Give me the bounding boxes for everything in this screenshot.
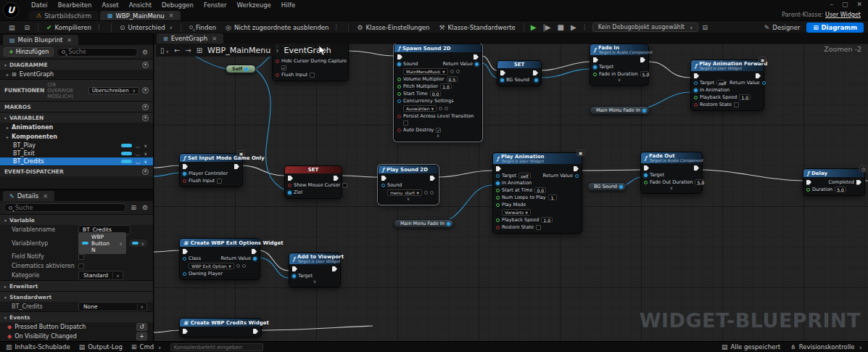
ziel-pin[interactable] <box>288 191 292 195</box>
delay[interactable]: ƒDelay◷CompletedDuration5.0 <box>803 168 865 196</box>
set-show-mouse-cursor[interactable]: SETShow Mouse CursorZiel <box>284 165 342 199</box>
main-menu-fade-in-out-pin[interactable] <box>642 109 646 112</box>
bg-sound-var[interactable]: BG Sound <box>587 182 627 191</box>
class-settings-button[interactable]: ⚙Klasse-Einstellungen <box>352 22 434 33</box>
section-variable[interactable]: ▾Variable <box>0 214 153 225</box>
add-to-viewport[interactable]: ƒAdd to ViewportTarget is User WidgetTar… <box>289 253 341 287</box>
browse-asset-icon[interactable] <box>424 191 428 195</box>
use-selected-icon[interactable] <box>430 191 434 195</box>
debug-browse-icon[interactable]: ⊟ <box>702 24 708 31</box>
main-menu-fade-in-1[interactable]: Main Menu Fade In <box>590 106 650 115</box>
details-search-input[interactable]: Suche <box>4 203 126 212</box>
sound-pin[interactable] <box>397 62 401 66</box>
exec-out-pin[interactable] <box>640 57 645 62</box>
hide-unrelated-button[interactable]: ◎Nicht zugeordnete ausblenden⋮ <box>221 22 344 33</box>
menu-fenster[interactable]: Fenster <box>199 1 232 9</box>
player-controller-pin[interactable] <box>183 172 186 176</box>
browse-asset-icon[interactable] <box>450 70 454 73</box>
exec-out-pin[interactable] <box>234 164 239 169</box>
menu-werkzeuge[interactable]: Werkzeuge <box>232 1 276 9</box>
exec-in-pin[interactable] <box>806 180 811 185</box>
target-pin[interactable] <box>496 174 500 178</box>
in-animation-pin[interactable] <box>496 181 500 185</box>
revision-control-button[interactable]: ⋔Revisionskontrolle∨ <box>790 343 862 351</box>
sound-pin[interactable] <box>381 184 385 187</box>
browse-button[interactable]: ⊟ <box>20 22 35 33</box>
show-mouse-cursor-checkbox[interactable] <box>342 183 347 188</box>
section-variablen[interactable]: ▾VARIABLEN + <box>0 112 153 123</box>
target-field[interactable]: self <box>518 173 531 179</box>
launch-button[interactable]: ▶ <box>568 23 579 31</box>
exec-in-pin[interactable] <box>183 249 188 254</box>
owning-player-pin[interactable] <box>183 272 186 276</box>
browse-asset-icon[interactable] <box>236 264 240 268</box>
main-menu-fade-in-out-pin[interactable] <box>447 222 450 226</box>
add-new-button[interactable]: +Hinzufügen <box>4 47 54 57</box>
add-macro-icon[interactable]: + <box>142 104 149 110</box>
start-time-field[interactable]: 0.0 <box>430 91 442 97</box>
variable-row-bt-exit[interactable]: BT_Exit ◡∨ <box>0 150 153 157</box>
num-loops-to-play-field[interactable]: 1 <box>548 195 557 200</box>
set-input-mode-game-only[interactable]: ƒSet Input Mode Game Only▣Player Control… <box>179 153 243 187</box>
eye-icon[interactable]: ◡ <box>135 151 141 157</box>
section-events[interactable]: ▾Events <box>0 311 153 322</box>
close-icon[interactable]: ✕ <box>856 1 862 8</box>
main-menu-fade-in-2[interactable]: Main Menu Fade In <box>394 219 454 228</box>
auto-destroy-pin[interactable] <box>397 128 401 132</box>
restore-state-checkbox[interactable] <box>536 225 541 230</box>
return-value-pin[interactable] <box>575 174 579 178</box>
playback-speed-pin[interactable] <box>496 218 500 222</box>
breadcrumb-root[interactable]: WBP_MainMenu <box>207 46 270 55</box>
exec-out-pin[interactable] <box>253 329 258 334</box>
add-event-button[interactable]: + <box>136 332 147 340</box>
volume-multiplier-field[interactable]: 0.5 <box>447 76 458 82</box>
bookmark-icon[interactable]: ▯∨ <box>160 46 169 54</box>
menu-debuggen[interactable]: Debuggen <box>157 1 199 9</box>
grid-view-icon[interactable]: ⊞ <box>129 204 138 211</box>
restore-state-pin[interactable] <box>694 103 698 107</box>
start-time-pin[interactable] <box>397 92 401 96</box>
console-command-input[interactable]: Konsolenbefehl eingeben <box>170 343 263 351</box>
exec-out-pin[interactable] <box>332 266 337 271</box>
self-node[interactable]: Self <box>226 65 256 73</box>
create-wbp-exit-options-widget[interactable]: ▣Create WBP Exit Options WidgetClassRetu… <box>179 238 260 280</box>
in-animation-pin[interactable] <box>694 89 698 92</box>
diagram-button[interactable]: ⊞Diagramm <box>806 22 864 33</box>
return-value-pin[interactable] <box>475 62 479 66</box>
create-wbp-credits-widget[interactable]: ▣Create WBP Credits Widget <box>179 318 262 337</box>
group-komponenten[interactable]: ▸Komponenten <box>0 132 153 142</box>
gear-icon[interactable]: ⚙ <box>141 204 149 211</box>
play-animation[interactable]: ƒPlay AnimationTarget is User Widget▣Tar… <box>492 152 582 234</box>
blueprint-search-input[interactable]: Suche <box>57 48 138 57</box>
exec-in-pin[interactable] <box>593 57 598 62</box>
play-mode-select[interactable]: Vorwärts▼ <box>502 209 531 216</box>
num-loops-to-play-pin[interactable] <box>496 196 500 200</box>
sound-select[interactable]: menu_start▼ <box>387 189 422 196</box>
designer-button[interactable]: ✎Designer <box>759 22 806 33</box>
collapse-chevron-icon[interactable]: ∧ <box>394 134 481 139</box>
details-tab[interactable]: ✎ Details ✕ <box>3 191 54 201</box>
fade-in-duration-pin[interactable] <box>593 73 597 76</box>
target-pin[interactable] <box>644 173 648 177</box>
add-graph-icon[interactable]: + <box>142 62 149 68</box>
play-animation-forward[interactable]: ƒPlay Animation ForwardTarget is User Wi… <box>690 60 764 111</box>
class-defaults-button[interactable]: ⚒Klasse-Standardwerte <box>434 22 519 33</box>
use-selected-icon[interactable] <box>456 70 460 73</box>
fade-out-duration-pin[interactable] <box>644 181 648 184</box>
close-tab-icon[interactable]: ✕ <box>169 12 174 19</box>
find-button[interactable]: Finden <box>185 22 220 33</box>
gear-icon[interactable]: ⚙ <box>141 49 149 56</box>
restore-state-pin[interactable] <box>496 226 500 229</box>
browse-asset-icon[interactable] <box>439 107 442 110</box>
sound-select[interactable]: MainMenuMusic▼ <box>403 68 448 75</box>
chevron-down-icon[interactable]: ∨ <box>144 151 147 156</box>
fade-in-duration-field[interactable]: 5.0 <box>640 71 649 77</box>
collapse-chevron-icon[interactable]: ∨ <box>379 197 438 202</box>
duration-field[interactable]: 5.0 <box>835 187 846 192</box>
exec-out-pin[interactable] <box>252 249 257 254</box>
tab-startbildschirm[interactable]: ⚠ Startbildschirm <box>29 11 99 20</box>
hide-cursor-during-capture-pin[interactable] <box>276 60 279 63</box>
persist-across-level-transition-pin[interactable] <box>397 115 401 118</box>
return-value-pin[interactable] <box>253 257 257 261</box>
close-panel-icon[interactable]: ✕ <box>43 193 48 200</box>
